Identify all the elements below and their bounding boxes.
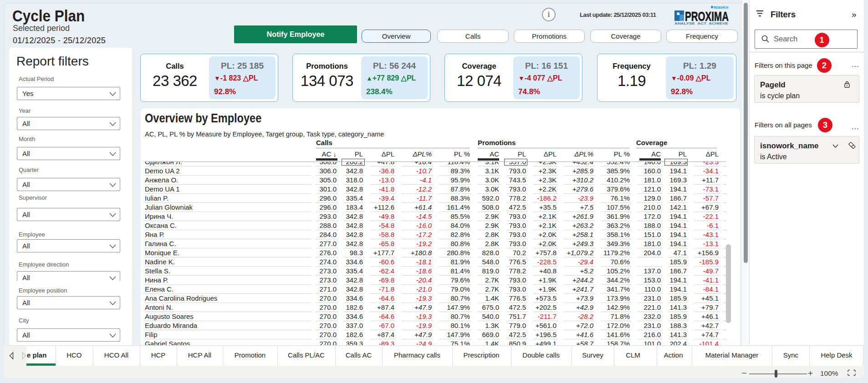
svg-text:RESEARCH: RESEARCH <box>714 6 728 9</box>
svg-text:ANALYSE ACT ACHIEVE: ANALYSE ACT ACHIEVE <box>674 22 729 25</box>
